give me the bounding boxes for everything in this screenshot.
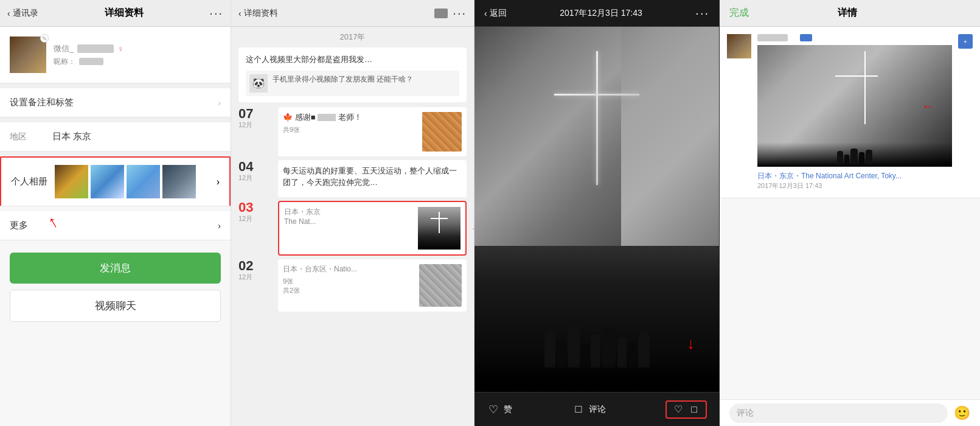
comment-input[interactable]: 评论 <box>729 403 948 423</box>
feed-content-dec03-highlighted[interactable]: 日本・东京 The Nat... <box>278 201 467 256</box>
red-arrow-right-icon: ← <box>470 220 474 237</box>
panda-icon: 🐼 <box>249 74 268 93</box>
text-thanks: 感谢■ <box>295 113 318 122</box>
cross-horizontal <box>431 218 448 219</box>
topbar-panel1: ‹ 通讯录 详细资料 ··· <box>0 0 231 27</box>
back-to-detail[interactable]: ‹ 详细资料 <box>238 8 278 19</box>
back-to-contacts[interactable]: ‹ 通讯录 <box>7 8 38 19</box>
send-message-button[interactable]: 发消息 <box>10 253 221 284</box>
back2-chevron-icon: ‹ <box>238 9 242 18</box>
gender-icon: ♀ <box>117 44 124 54</box>
photo-thumb-2 <box>91 165 124 198</box>
video-chat-button[interactable]: 视频聊天 <box>10 290 221 322</box>
name-bar <box>77 44 114 53</box>
back-to-feed[interactable]: ‹ 返回 <box>484 8 507 19</box>
panel1-title: 详细资料 <box>105 7 144 19</box>
feed-row-dec07: 07 12月 🍁 感谢■ 老师！ 共9张 <box>238 107 467 156</box>
avatar-image <box>10 37 46 73</box>
back3-label: 返回 <box>490 8 507 19</box>
set-note-menu-item[interactable]: 设置备注和标签 › <box>0 88 231 117</box>
comment-icon2: □ <box>687 403 701 416</box>
comment-label: 评论 <box>589 404 606 415</box>
more3-btn[interactable]: ··· <box>695 6 709 20</box>
day-04: 04 <box>238 160 272 173</box>
venue-dec03: The Nat... <box>284 217 413 226</box>
detail-crowd <box>757 142 952 167</box>
photo-count-02: 9张 <box>283 277 414 286</box>
photo-count-07: 共9张 <box>283 125 417 134</box>
detail-share-icon[interactable]: + <box>958 34 973 49</box>
back-label: 通讯录 <box>13 8 38 19</box>
detail-red-arrow-icon: ← <box>922 99 934 113</box>
panel-detail: 完成 详情 <box>720 0 980 426</box>
divider3 <box>0 152 231 156</box>
post-sub-text: 手机里录得小视频除了发朋友圈 还能干啥？ <box>273 74 413 85</box>
comment-action[interactable]: □ 评论 <box>572 403 606 416</box>
day-03: 03 <box>238 201 272 214</box>
d-fig-3 <box>850 148 858 164</box>
comment-placeholder: 评论 <box>737 408 754 419</box>
photo-fullview[interactable]: ↓ <box>474 27 719 392</box>
profile-name-row: 微信_ ♀ <box>54 43 124 54</box>
action-buttons: 发消息 视频聊天 <box>0 240 231 334</box>
cross-h-main <box>554 94 639 96</box>
post-sub-link[interactable]: 🐼 手机里录得小视频除了发朋友圈 还能干啥？ <box>246 71 459 96</box>
like-comment-group-highlighted[interactable]: ♡ □ <box>665 400 707 419</box>
detail-avatar <box>727 34 751 58</box>
divider1 <box>0 83 231 88</box>
feed-content-dec04[interactable]: 每天运动真的好重要、五天没运动，整个人缩成一团了，今天跑完拉伸完觉… <box>278 160 467 197</box>
album-chevron-icon: › <box>217 176 220 187</box>
more-menu-item[interactable]: 更多 › <box>0 211 231 240</box>
photo-thumb-3 <box>127 165 160 198</box>
d-fig-2 <box>844 155 849 164</box>
like-action[interactable]: ♡ 赞 <box>487 403 512 416</box>
month-02: 12月 <box>238 273 272 282</box>
d-fig-4 <box>859 152 864 164</box>
detail-photo-meta: 日本・东京・The National Art Center, Toky... 2… <box>757 170 952 190</box>
detail-main-photo[interactable]: ← <box>757 45 952 167</box>
photo-album-section[interactable]: 个人相册 › <box>0 156 231 206</box>
photo-date-title: 2017年12月3日 17:43 <box>560 8 642 19</box>
emoji-button[interactable]: 🙂 <box>954 405 970 421</box>
comment-section <box>720 198 980 399</box>
region-item: 地区 日本 东京 <box>0 122 231 152</box>
detail-content: ← 日本・东京・The National Art Center, Toky...… <box>720 27 980 399</box>
art-photo-bg <box>474 27 719 392</box>
note-bar <box>79 58 103 65</box>
feed-meta-dec02: 日本・台东区・Natio... 9张 共2张 <box>283 264 414 307</box>
panel-contact-detail: ‹ 通讯录 详细资料 ··· ✎ 微信_ ♀ 昵称： 设置备注和标签 › <box>0 0 231 426</box>
edit-icon[interactable]: ✎ <box>40 34 49 43</box>
panel-photo-view: ‹ 返回 2017年12月3日 17:43 ··· <box>474 0 720 426</box>
photo-thumb-4 <box>162 165 196 198</box>
more-options-btn[interactable]: ··· <box>209 6 223 20</box>
more2-btn[interactable]: ··· <box>453 6 467 20</box>
more-label: 更多 <box>10 220 28 231</box>
detail-blue-bar <box>800 34 812 41</box>
done-button[interactable]: 完成 <box>729 7 749 19</box>
feed-row-dec04: 04 12月 每天运动真的好重要、五天没运动，整个人缩成一团了，今天跑完拉伸完觉… <box>238 160 467 197</box>
feed-text-dec03: 日本・东京 The Nat... <box>284 207 413 226</box>
topbar-panel4: 完成 详情 <box>720 0 980 27</box>
photo-thumb-dec02 <box>419 264 462 307</box>
more-chevron-icon: › <box>218 220 221 231</box>
note-label: 昵称： <box>54 57 75 67</box>
feed-content-dec02[interactable]: 日本・台东区・Natio... 9张 共2张 <box>278 259 467 312</box>
detail-avatar-img <box>727 34 751 58</box>
detail-photo-section: ← 日本・东京・The National Art Center, Toky...… <box>720 27 980 198</box>
month-03: 12月 <box>238 214 272 223</box>
detail-name-bar <box>757 34 788 41</box>
detail-location: 日本・东京・The National Art Center, Toky... <box>757 170 952 181</box>
camera-icon[interactable] <box>434 9 448 18</box>
photo-count2-02: 共2张 <box>283 286 414 295</box>
feed-date-dec07: 07 12月 <box>238 107 272 130</box>
feed-content-dec07[interactable]: 🍁 感谢■ 老师！ 共9张 <box>278 107 467 156</box>
profile-section: ✎ 微信_ ♀ 昵称： <box>0 27 231 83</box>
photo-bottom-fade <box>474 361 719 392</box>
back2-label: 详细资料 <box>244 8 278 19</box>
feed-row-dec02: 02 12月 日本・台东区・Natio... 9张 共2张 <box>238 259 467 312</box>
set-note-label: 设置备注和标签 <box>10 97 74 108</box>
feed-text-dec07: 🍁 感谢■ 老师！ 共9张 <box>283 112 417 134</box>
feed-date-dec04: 04 12月 <box>238 160 272 183</box>
photo-actions-bar: ♡ 赞 □ 评论 ♡ □ <box>474 392 719 426</box>
top-post-video[interactable]: 这个人视频里大部分都是盗用我发… 🐼 手机里录得小视频除了发朋友圈 还能干啥？ <box>238 47 467 102</box>
